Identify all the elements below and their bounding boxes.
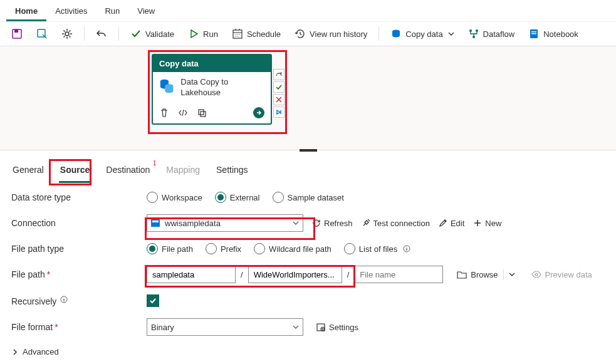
edit-connection-button[interactable]: Edit — [439, 219, 464, 228]
view-run-history-button[interactable]: View run history — [290, 26, 372, 42]
database-stack-icon — [159, 77, 174, 95]
file-format-settings-label: Settings — [329, 323, 358, 332]
toolbar-separator — [84, 27, 85, 41]
radio-wildcard[interactable]: Wildcard file path — [254, 243, 331, 254]
radio-workspace-label: Workspace — [162, 193, 202, 202]
radio-prefix[interactable]: Prefix — [206, 243, 241, 254]
test-connection-button[interactable]: Test connection — [362, 219, 430, 228]
radio-file-path-label: File path — [162, 244, 193, 254]
save-button[interactable] — [6, 26, 28, 42]
clone-icon[interactable] — [197, 108, 207, 118]
refresh-label: Refresh — [324, 219, 353, 228]
radio-workspace[interactable]: Workspace — [147, 192, 202, 203]
radio-file-path[interactable]: File path — [147, 243, 193, 254]
ribbon-tab-activities[interactable]: Activities — [46, 3, 96, 21]
dataflow-label: Dataflow — [483, 29, 515, 39]
highlight-box — [145, 265, 355, 288]
failure-status-icon[interactable] — [273, 94, 285, 105]
tab-settings[interactable]: Settings — [215, 161, 249, 181]
row-recursively: Recursively — [11, 294, 605, 307]
file-format-dropdown[interactable]: Binary — [147, 318, 303, 336]
radio-sample-dataset[interactable]: Sample dataset — [273, 192, 344, 203]
save-as-button[interactable] — [31, 26, 53, 42]
new-label: New — [485, 219, 501, 228]
row-file-path-type: File path type File path Prefix Wildcard… — [11, 243, 605, 254]
ribbon-tab-home[interactable]: Home — [6, 3, 46, 21]
edit-icon — [439, 219, 447, 227]
ribbon-tab-view[interactable]: View — [128, 3, 164, 21]
new-connection-button[interactable]: New — [473, 219, 501, 228]
advanced-toggle[interactable]: Advanced — [11, 347, 605, 356]
edit-label: Edit — [451, 219, 464, 228]
notebook-icon — [528, 28, 540, 39]
activity-run-icon[interactable] — [253, 107, 264, 118]
pipeline-canvas[interactable]: Copy data Data Copy to Lakehouse — [0, 46, 616, 150]
activity-card-body: Data Copy to Lakehouse — [153, 72, 271, 103]
radio-external[interactable]: External — [215, 192, 260, 203]
undo-button[interactable] — [91, 26, 112, 42]
ribbon-tabs: Home Activities Run View — [0, 0, 616, 22]
schedule-button[interactable]: Schedule — [227, 26, 286, 42]
highlight-box — [49, 159, 91, 185]
chevron-down-icon — [293, 324, 299, 330]
radio-sample-dataset-label: Sample dataset — [288, 193, 344, 202]
view-run-history-label: View run history — [310, 29, 367, 39]
toolbar: Validate Run Schedule View run history C… — [0, 22, 616, 46]
run-button[interactable]: Run — [183, 26, 223, 42]
validate-label: Validate — [145, 29, 174, 39]
svg-rect-10 — [531, 31, 536, 33]
label-file-format: File format* — [11, 322, 147, 332]
info-icon[interactable] — [60, 296, 68, 303]
play-icon — [188, 28, 199, 39]
svg-point-8 — [472, 36, 475, 38]
recursively-checkbox[interactable] — [147, 294, 159, 307]
settings-button[interactable] — [56, 26, 78, 42]
schedule-label: Schedule — [247, 29, 281, 39]
activity-card-title: Data Copy to Lakehouse — [180, 77, 264, 98]
copy-data-button[interactable]: Copy data — [385, 26, 459, 42]
svg-rect-14 — [199, 110, 204, 115]
activity-card-copy-data[interactable]: Copy data Data Copy to Lakehouse — [152, 54, 272, 125]
skip-status-icon[interactable] — [273, 107, 285, 118]
code-icon[interactable] — [178, 108, 188, 118]
browse-dropdown[interactable] — [503, 269, 520, 280]
undo-icon — [96, 28, 107, 39]
chevron-down-icon — [448, 31, 454, 37]
svg-point-6 — [469, 29, 472, 32]
tab-general[interactable]: General — [11, 161, 45, 181]
database-icon — [390, 28, 402, 39]
tab-mapping[interactable]: Mapping — [165, 161, 201, 181]
check-icon — [130, 28, 142, 39]
radio-wildcard-label: Wildcard file path — [269, 244, 331, 254]
ribbon-tab-run[interactable]: Run — [96, 3, 128, 21]
row-data-store-type: Data store type Workspace External Sampl… — [11, 192, 605, 203]
success-status-icon[interactable] — [273, 81, 285, 93]
file-path-filename-input[interactable] — [354, 266, 443, 283]
info-icon[interactable] — [403, 245, 410, 252]
file-format-settings-button[interactable]: Settings — [316, 322, 358, 332]
refresh-button[interactable]: Refresh — [312, 219, 353, 228]
toolbar-separator — [378, 27, 379, 41]
toolbar-separator — [118, 27, 119, 41]
dataflow-button[interactable]: Dataflow — [463, 26, 520, 42]
radio-list-of-files-label: List of files — [359, 244, 397, 254]
checkmark-icon — [149, 296, 157, 305]
copy-data-label: Copy data — [405, 29, 442, 39]
save-icon — [11, 28, 23, 39]
activity-card-footer — [153, 103, 271, 123]
svg-point-19 — [535, 273, 538, 276]
notebook-button[interactable]: Notebook — [523, 26, 583, 42]
radio-list-of-files[interactable]: List of files — [344, 243, 410, 254]
tab-destination[interactable]: Destination1 — [105, 161, 151, 181]
history-icon — [295, 28, 306, 39]
delete-icon[interactable] — [159, 108, 169, 118]
collapse-icon[interactable] — [273, 69, 285, 80]
properties-tabs: General Source Destination1 Mapping Sett… — [0, 152, 616, 183]
file-format-value: Binary — [151, 323, 174, 332]
validate-button[interactable]: Validate — [125, 26, 179, 42]
notebook-label: Notebook — [543, 29, 578, 39]
browse-button[interactable]: Browse — [452, 268, 503, 282]
svg-rect-11 — [531, 33, 536, 34]
svg-point-3 — [65, 32, 69, 36]
folder-icon — [457, 270, 467, 279]
